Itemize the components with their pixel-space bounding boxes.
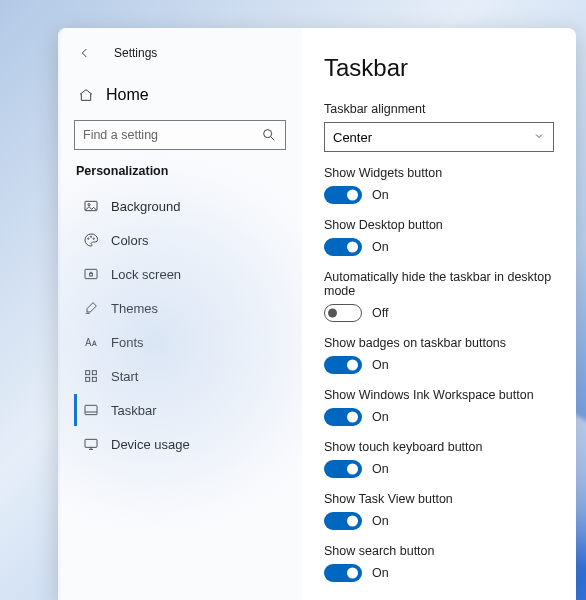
svg-point-0 bbox=[264, 130, 272, 138]
palette-icon bbox=[83, 232, 99, 248]
sidebar-item-label: Lock screen bbox=[111, 267, 181, 282]
svg-rect-6 bbox=[85, 269, 97, 278]
sidebar-item-label: Background bbox=[111, 199, 180, 214]
home-icon bbox=[78, 87, 94, 103]
sidebar-item-colors[interactable]: Colors bbox=[74, 224, 286, 256]
toggle-state-text: On bbox=[372, 358, 389, 372]
sidebar-item-label: Start bbox=[111, 369, 138, 384]
sidebar-item-start[interactable]: Start bbox=[74, 360, 286, 392]
toggle-row: On bbox=[324, 238, 554, 256]
toggle-state-text: Off bbox=[372, 306, 388, 320]
toggle-row: Off bbox=[324, 304, 554, 322]
toggle-widgets[interactable] bbox=[324, 186, 362, 204]
sidebar-item-themes[interactable]: Themes bbox=[74, 292, 286, 324]
svg-rect-11 bbox=[92, 377, 96, 381]
sidebar-item-label: Device usage bbox=[111, 437, 190, 452]
start-icon bbox=[83, 368, 99, 384]
sidebar-item-taskbar[interactable]: Taskbar bbox=[74, 394, 286, 426]
content: Taskbar Taskbar alignment Center Show Wi… bbox=[302, 28, 576, 600]
sidebar-item-label: Themes bbox=[111, 301, 158, 316]
svg-point-2 bbox=[88, 204, 90, 206]
toggle-badges[interactable] bbox=[324, 356, 362, 374]
sidebar-item-fonts[interactable]: Fonts bbox=[74, 326, 286, 358]
search-box[interactable] bbox=[74, 120, 286, 150]
toggle-field-badges: Show badges on taskbar buttonsOn bbox=[324, 336, 554, 374]
home-label: Home bbox=[106, 86, 149, 104]
toggle-knob bbox=[347, 190, 358, 201]
sidebar-item-background[interactable]: Background bbox=[74, 190, 286, 222]
toggle-knob bbox=[347, 464, 358, 475]
toggle-desktop[interactable] bbox=[324, 238, 362, 256]
sidebar-item-label: Taskbar bbox=[111, 403, 157, 418]
svg-point-5 bbox=[93, 238, 94, 239]
alignment-select[interactable]: Center bbox=[324, 122, 554, 152]
toggle-autohide[interactable] bbox=[324, 304, 362, 322]
toggle-state-text: On bbox=[372, 188, 389, 202]
search-input[interactable] bbox=[83, 128, 261, 142]
toggle-ink[interactable] bbox=[324, 408, 362, 426]
toggle-label: Show Desktop button bbox=[324, 218, 554, 232]
toggle-row: On bbox=[324, 564, 554, 582]
toggle-knob bbox=[347, 242, 358, 253]
toggle-knob bbox=[347, 360, 358, 371]
back-button[interactable] bbox=[74, 42, 96, 64]
section-label: Personalization bbox=[74, 164, 286, 178]
sidebar-item-deviceusage[interactable]: Device usage bbox=[74, 428, 286, 460]
alignment-value: Center bbox=[333, 130, 372, 145]
toggle-touchkb[interactable] bbox=[324, 460, 362, 478]
chevron-down-icon bbox=[533, 130, 545, 145]
alignment-field: Taskbar alignment Center bbox=[324, 102, 554, 152]
sidebar-item-lockscreen[interactable]: Lock screen bbox=[74, 258, 286, 290]
sidebar-item-home[interactable]: Home bbox=[74, 80, 286, 110]
brush-icon bbox=[83, 300, 99, 316]
toggle-label: Show Windows Ink Workspace button bbox=[324, 388, 554, 402]
topbar: Settings bbox=[74, 42, 286, 64]
toggle-search[interactable] bbox=[324, 564, 362, 582]
svg-rect-13 bbox=[85, 439, 97, 447]
toggle-state-text: On bbox=[372, 514, 389, 528]
toggle-field-touchkb: Show touch keyboard buttonOn bbox=[324, 440, 554, 478]
toggle-row: On bbox=[324, 356, 554, 374]
toggle-label: Show touch keyboard button bbox=[324, 440, 554, 454]
svg-rect-9 bbox=[92, 371, 96, 375]
alignment-label: Taskbar alignment bbox=[324, 102, 554, 116]
toggle-taskview[interactable] bbox=[324, 512, 362, 530]
svg-point-4 bbox=[90, 236, 91, 237]
toggle-field-ink: Show Windows Ink Workspace buttonOn bbox=[324, 388, 554, 426]
svg-rect-12 bbox=[85, 405, 97, 414]
toggle-label: Show Task View button bbox=[324, 492, 554, 506]
arrow-left-icon bbox=[77, 45, 93, 61]
svg-rect-7 bbox=[90, 273, 93, 276]
toggle-knob bbox=[328, 309, 337, 318]
toggle-state-text: On bbox=[372, 462, 389, 476]
toggle-state-text: On bbox=[372, 240, 389, 254]
sidebar: Settings Home Personalization Background… bbox=[58, 28, 302, 600]
device-icon bbox=[83, 436, 99, 452]
sidebar-item-label: Fonts bbox=[111, 335, 144, 350]
toggle-field-autohide: Automatically hide the taskbar in deskto… bbox=[324, 270, 554, 322]
toggle-row: On bbox=[324, 512, 554, 530]
sidebar-item-label: Colors bbox=[111, 233, 149, 248]
svg-rect-8 bbox=[86, 371, 90, 375]
toggle-knob bbox=[347, 516, 358, 527]
page-title: Taskbar bbox=[324, 54, 554, 82]
svg-point-3 bbox=[88, 238, 89, 239]
image-icon bbox=[83, 198, 99, 214]
toggle-field-taskview: Show Task View buttonOn bbox=[324, 492, 554, 530]
toggle-label: Automatically hide the taskbar in deskto… bbox=[324, 270, 554, 298]
toggle-row: On bbox=[324, 408, 554, 426]
toggle-state-text: On bbox=[372, 410, 389, 424]
settings-window: Settings Home Personalization Background… bbox=[58, 28, 576, 600]
toggle-knob bbox=[347, 412, 358, 423]
lock-icon bbox=[83, 266, 99, 282]
toggle-state-text: On bbox=[372, 566, 389, 580]
toggle-field-widgets: Show Widgets buttonOn bbox=[324, 166, 554, 204]
fonts-icon bbox=[83, 334, 99, 350]
toggle-knob bbox=[347, 568, 358, 579]
taskbar-icon bbox=[83, 402, 99, 418]
toggle-row: On bbox=[324, 186, 554, 204]
toggle-label: Show badges on taskbar buttons bbox=[324, 336, 554, 350]
toggle-row: On bbox=[324, 460, 554, 478]
app-title: Settings bbox=[114, 46, 157, 60]
toggle-label: Show search button bbox=[324, 544, 554, 558]
